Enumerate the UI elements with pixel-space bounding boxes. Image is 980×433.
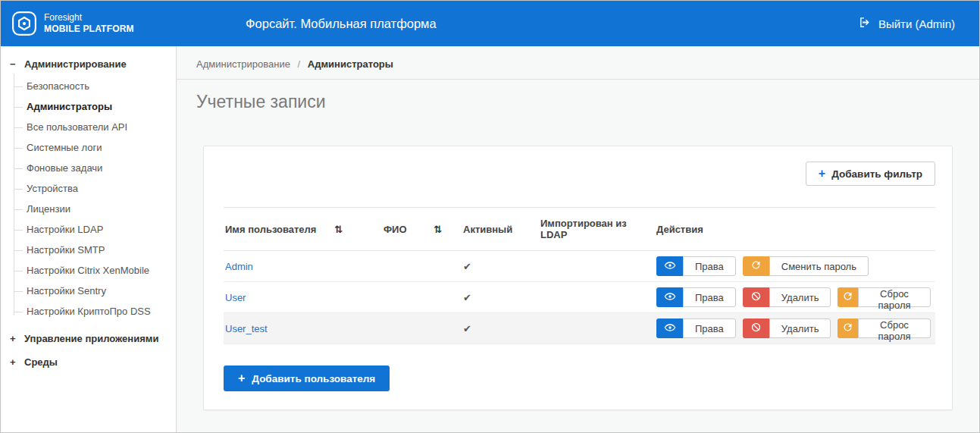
active-check-icon: ✔: [463, 261, 471, 272]
app-header: Foresight MOBILE PLATFORM Форсайт. Мобил…: [1, 1, 979, 46]
logout-label: Выйти (Admin): [878, 17, 955, 30]
sidebar-item-cryptopro-settings[interactable]: Настройки КриптоПро DSS: [1, 301, 176, 322]
brand-logo-icon: [11, 11, 37, 36]
brand-subtitle: MOBILE PLATFORM: [44, 24, 134, 35]
column-header-actions: Действия: [655, 208, 935, 251]
fio-cell: [382, 313, 462, 344]
rights-button[interactable]: Права: [683, 256, 736, 276]
sort-icon[interactable]: ⇅: [334, 224, 343, 235]
sidebar-section-administration[interactable]: − Администрирование: [1, 53, 176, 75]
sidebar-admin-items: Безопасность Администраторы Все пользова…: [1, 75, 176, 326]
column-header-active: Активный: [462, 208, 539, 251]
active-check-icon: ✔: [463, 323, 471, 334]
reset-password-icon-button[interactable]: [838, 318, 858, 338]
sidebar-section-label: Среды: [24, 356, 58, 368]
table-row: Admin ✔: [224, 251, 935, 282]
block-icon: [750, 290, 762, 304]
ldap-cell: [539, 313, 655, 344]
sidebar-item-citrix-settings[interactable]: Настройки Citrix XenMobile: [1, 260, 176, 281]
logout-icon: [859, 16, 872, 31]
fio-cell: [382, 282, 462, 313]
view-button[interactable]: [656, 287, 683, 307]
view-button[interactable]: [656, 318, 683, 338]
reset-password-button[interactable]: Сброс пароля: [858, 287, 931, 307]
reset-icon: [750, 259, 762, 273]
sidebar: − Администрирование Безопасность Админис…: [1, 46, 177, 432]
sidebar-item-system-logs[interactable]: Системные логи: [1, 137, 176, 158]
delete-icon-button[interactable]: [743, 287, 769, 307]
eye-icon: [664, 290, 676, 305]
sidebar-item-devices[interactable]: Устройства: [1, 178, 176, 199]
sidebar-section-label: Администрирование: [24, 58, 127, 70]
column-header-ldap: Импортирован из LDAP: [539, 208, 655, 251]
sidebar-item-api-users[interactable]: Все пользователи API: [1, 117, 176, 137]
sidebar-item-smtp-settings[interactable]: Настройки SMTP: [1, 240, 176, 260]
sidebar-section-environments[interactable]: + Среды: [1, 351, 176, 373]
accounts-table: Имя пользователя ⇅ ФИО ⇅ Активный: [224, 207, 935, 344]
change-password-button[interactable]: Сменить пароль: [769, 256, 869, 276]
user-link[interactable]: Admin: [225, 261, 253, 272]
block-icon: [750, 322, 762, 335]
eye-icon: [664, 259, 676, 274]
brand: Foresight MOBILE PLATFORM: [1, 11, 134, 36]
table-row: User ✔: [224, 282, 935, 313]
plus-icon: +: [819, 168, 825, 180]
ldap-cell: [539, 282, 655, 313]
table-row: User_test ✔: [224, 313, 935, 344]
column-header-fio: ФИО ⇅: [382, 208, 462, 251]
fio-cell: [382, 251, 462, 282]
expand-icon[interactable]: +: [10, 333, 20, 344]
sort-icon[interactable]: ⇅: [434, 224, 442, 235]
active-check-icon: ✔: [463, 292, 471, 303]
breadcrumb-separator: /: [298, 58, 301, 70]
column-header-username: Имя пользователя ⇅: [224, 208, 382, 251]
reset-password-icon-button[interactable]: [838, 287, 858, 307]
user-link[interactable]: User_test: [225, 323, 268, 334]
rights-button[interactable]: Права: [683, 287, 736, 307]
breadcrumb: Администрирование / Администраторы: [177, 46, 979, 80]
brand-name: Foresight: [44, 12, 134, 24]
sidebar-item-security[interactable]: Безопасность: [1, 76, 176, 96]
add-filter-label: Добавить фильтр: [831, 168, 922, 180]
add-user-button[interactable]: + Добавить пользователя: [224, 366, 390, 391]
sidebar-item-background-tasks[interactable]: Фоновые задачи: [1, 158, 176, 178]
breadcrumb-administration[interactable]: Администрирование: [196, 58, 290, 70]
sidebar-item-licenses[interactable]: Лицензии: [1, 199, 176, 219]
sidebar-section-app-management[interactable]: + Управление приложениями: [1, 328, 176, 350]
collapse-icon[interactable]: −: [10, 58, 20, 70]
breadcrumb-current: Администраторы: [308, 58, 393, 70]
main-content: Администрирование / Администраторы Учетн…: [177, 46, 979, 432]
table-header-row: Имя пользователя ⇅ ФИО ⇅ Активный: [224, 208, 935, 251]
app-title: Форсайт. Мобильная платформа: [246, 17, 437, 31]
sidebar-item-ldap-settings[interactable]: Настройки LDAP: [1, 219, 176, 240]
app-window: Foresight MOBILE PLATFORM Форсайт. Мобил…: [0, 0, 980, 433]
change-password-icon-button[interactable]: [743, 256, 769, 276]
user-link[interactable]: User: [225, 292, 246, 303]
expand-icon[interactable]: +: [10, 356, 20, 368]
page-title: Учетные записи: [196, 92, 953, 112]
sidebar-section-label: Управление приложениями: [24, 333, 158, 344]
add-user-label: Добавить пользователя: [252, 373, 375, 384]
add-filter-button[interactable]: + Добавить фильтр: [806, 162, 935, 186]
reset-password-button[interactable]: Сброс пароля: [858, 318, 931, 338]
sidebar-item-administrators[interactable]: Администраторы: [1, 96, 176, 117]
logout-button[interactable]: Выйти (Admin): [859, 16, 979, 31]
ldap-cell: [539, 251, 655, 282]
delete-button[interactable]: Удалить: [769, 287, 831, 307]
accounts-card: + Добавить фильтр Имя пользователя: [203, 146, 953, 410]
sidebar-item-sentry-settings[interactable]: Настройки Sentry: [1, 281, 176, 301]
view-button[interactable]: [656, 256, 683, 276]
brand-text: Foresight MOBILE PLATFORM: [44, 12, 134, 35]
rights-button[interactable]: Права: [683, 318, 736, 338]
delete-icon-button[interactable]: [743, 318, 769, 338]
eye-icon: [664, 322, 676, 336]
reset-icon: [842, 322, 853, 335]
delete-button[interactable]: Удалить: [769, 318, 831, 338]
plus-icon: +: [238, 372, 245, 384]
reset-icon: [842, 290, 853, 304]
